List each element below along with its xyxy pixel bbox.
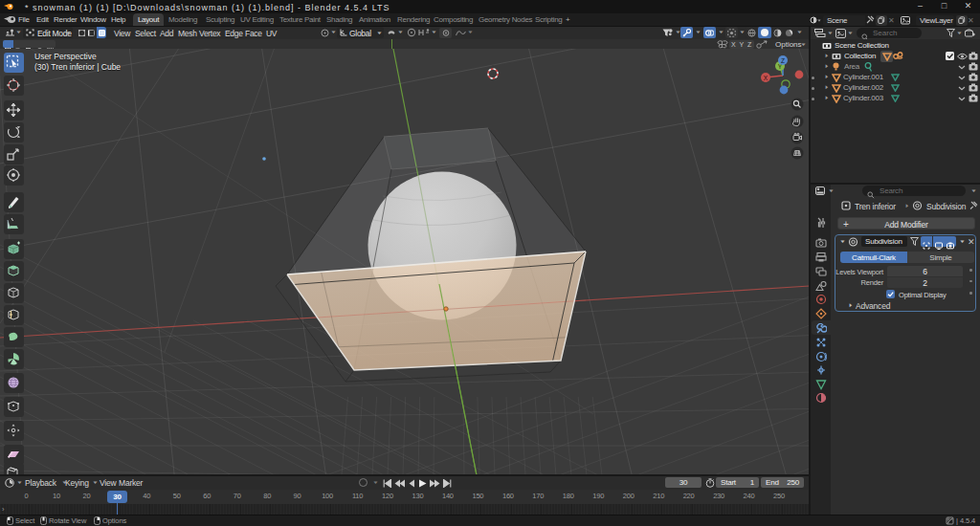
svg-text:X: X — [764, 75, 768, 81]
svg-text:Z: Z — [781, 57, 785, 64]
